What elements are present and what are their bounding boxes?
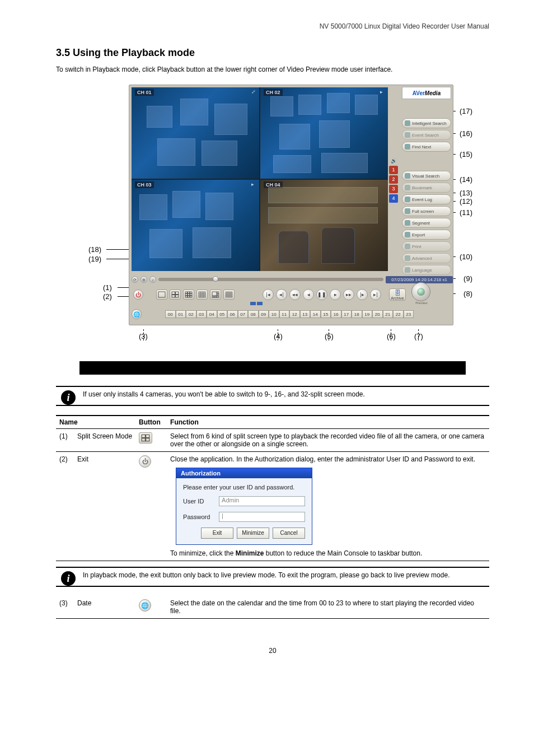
- video-tile-ch03[interactable]: CH 03 ▸: [132, 180, 259, 271]
- rewind-button[interactable]: ◂◂: [289, 289, 301, 300]
- hour-cell[interactable]: 23: [404, 310, 414, 318]
- hour-cell[interactable]: 22: [393, 310, 404, 318]
- chan-select-1[interactable]: 1: [389, 166, 398, 174]
- hour-cell[interactable]: 02: [186, 310, 196, 318]
- chan-select-3[interactable]: 3: [389, 185, 398, 193]
- step-back-button[interactable]: ◂: [303, 289, 314, 300]
- video-tile-ch04[interactable]: CH 04: [260, 180, 388, 271]
- password-input[interactable]: |: [219, 512, 305, 522]
- page-header: NV 5000/7000 Linux Digital Video Recorde…: [56, 22, 489, 30]
- th-name: Name: [56, 416, 135, 429]
- power-icon: ⏻: [139, 455, 151, 468]
- export-icon: [405, 232, 410, 237]
- callout-10: (10): [460, 253, 472, 261]
- split-mode-buttons: [156, 290, 235, 300]
- chan-select-4[interactable]: 4: [389, 194, 398, 203]
- play-button[interactable]: ▸: [330, 289, 341, 300]
- split-4-button[interactable]: [170, 290, 181, 300]
- loop-icon[interactable]: ⟳: [132, 276, 138, 283]
- audio-icon[interactable]: 🔊: [389, 158, 398, 165]
- hour-cell[interactable]: 08: [248, 310, 259, 318]
- svg-rect-40: [146, 438, 149, 441]
- user-id-input[interactable]: Admin: [219, 496, 305, 506]
- split-16-button[interactable]: [196, 290, 208, 300]
- pause-button[interactable]: ❚❚: [316, 289, 327, 300]
- split-8-button[interactable]: [210, 290, 221, 300]
- hour-cell[interactable]: 18: [352, 310, 362, 318]
- event-log-button[interactable]: Event Log: [402, 194, 451, 204]
- hour-cell[interactable]: 12: [289, 310, 300, 318]
- row-num: (1): [56, 429, 74, 452]
- event-search-button[interactable]: Event Search: [402, 130, 451, 140]
- hour-cell[interactable]: 01: [176, 310, 186, 318]
- advanced-button[interactable]: Advanced: [402, 253, 451, 263]
- progress-slider[interactable]: [158, 278, 383, 281]
- channel-label: CH 02: [264, 89, 283, 96]
- svg-rect-39: [142, 438, 145, 441]
- svg-rect-13: [190, 296, 193, 297]
- calendar-icon[interactable]: 🌐: [132, 309, 142, 319]
- dub-icon[interactable]: ⊕: [140, 276, 147, 283]
- hour-cell[interactable]: 00: [165, 310, 176, 318]
- split-32-button[interactable]: [223, 290, 235, 300]
- last-button[interactable]: ▸|: [370, 289, 381, 300]
- dialog-cancel-button[interactable]: Cancel: [273, 528, 305, 539]
- hour-cell[interactable]: 05: [217, 310, 228, 318]
- hour-cell[interactable]: 03: [196, 310, 207, 318]
- svg-rect-24: [212, 296, 214, 298]
- video-tile-ch01[interactable]: CH 01 ⤢: [132, 87, 259, 179]
- bookmark-icon: [405, 185, 410, 190]
- row-desc: Close the application. In the Authorizat…: [167, 452, 489, 561]
- caption-bar: [79, 361, 466, 375]
- exit-button[interactable]: ⏻: [133, 290, 143, 300]
- dialog-minimize-button[interactable]: Minimize: [237, 528, 269, 539]
- hour-cell[interactable]: 11: [279, 310, 290, 318]
- hour-cell[interactable]: 09: [259, 310, 269, 318]
- preview-knob[interactable]: Preview: [411, 284, 432, 305]
- svg-rect-37: [142, 435, 145, 437]
- full-screen-button[interactable]: Full screen: [402, 206, 451, 216]
- export-button[interactable]: Export: [402, 230, 451, 240]
- hour-cell[interactable]: 14: [310, 310, 321, 318]
- find-next-button[interactable]: Find Next: [402, 142, 451, 152]
- archive-button[interactable]: 🗄 Archive: [389, 288, 406, 301]
- hour-cell[interactable]: 17: [341, 310, 352, 318]
- archive-icon: 🗄: [395, 290, 401, 296]
- play-icon[interactable]: ▸: [380, 89, 386, 95]
- svg-rect-26: [217, 296, 219, 298]
- hour-cell[interactable]: 21: [383, 310, 394, 318]
- chan-select-2[interactable]: 2: [389, 175, 398, 184]
- hour-cell[interactable]: 19: [362, 310, 373, 318]
- hour-cell[interactable]: 04: [207, 310, 217, 318]
- callout-11: (11): [460, 208, 472, 217]
- mute-icon[interactable]: ♪: [149, 276, 156, 283]
- hour-cell[interactable]: 07: [238, 310, 249, 318]
- hour-cell[interactable]: 20: [372, 310, 383, 318]
- user-id-label: User ID: [183, 498, 219, 505]
- dialog-exit-button[interactable]: Exit: [201, 528, 233, 539]
- play-icon[interactable]: ▸: [251, 181, 257, 187]
- visual-search-button[interactable]: Visual Search: [402, 171, 451, 181]
- bookmark-button[interactable]: Bookmark: [402, 183, 451, 193]
- intelligent-search-button[interactable]: Intelligent Search: [402, 118, 451, 128]
- video-tile-ch02[interactable]: CH 02 ▸: [260, 87, 388, 179]
- ffwd-button[interactable]: ▸▸: [343, 289, 354, 300]
- print-button[interactable]: Print: [402, 241, 451, 251]
- segment-icon: [405, 220, 410, 226]
- hour-cell[interactable]: 06: [227, 310, 238, 318]
- split-9-button[interactable]: [183, 290, 194, 300]
- slider-handle[interactable]: [213, 276, 218, 282]
- first-button[interactable]: |◂: [263, 289, 274, 300]
- hour-cell[interactable]: 16: [331, 310, 341, 318]
- expand-icon[interactable]: ⤢: [251, 89, 257, 95]
- language-button[interactable]: Language: [402, 265, 451, 275]
- callout-16: (16): [460, 129, 472, 138]
- hour-cell[interactable]: 13: [300, 310, 311, 318]
- prev-button[interactable]: ◂|: [276, 289, 287, 300]
- segment-button[interactable]: Segment: [402, 218, 451, 228]
- split-1-button[interactable]: [156, 290, 167, 300]
- hour-cell[interactable]: 10: [269, 310, 279, 318]
- next-button[interactable]: |▸: [357, 289, 368, 300]
- hour-cell[interactable]: 15: [321, 310, 331, 318]
- row-desc: Select the date on the calendar and the …: [167, 596, 489, 619]
